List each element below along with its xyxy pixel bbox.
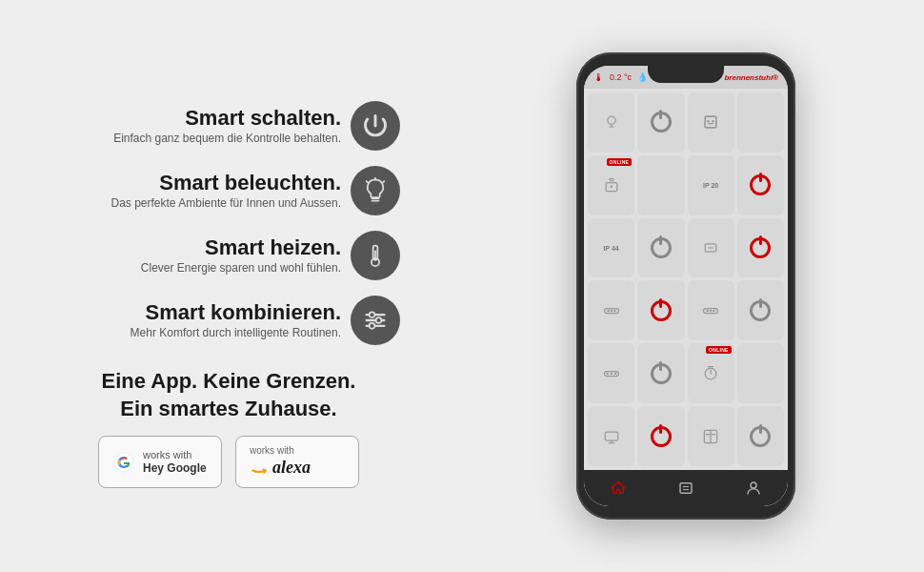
feature-text-schalten: Smart schalten. Einfach ganz bequem die …: [38, 106, 341, 147]
strip-icon-2: [701, 301, 720, 320]
nav-list[interactable]: [677, 480, 694, 497]
list-nav-icon: [677, 480, 694, 497]
cell-6-1[interactable]: [588, 406, 634, 466]
svg-point-28: [610, 310, 613, 313]
cell-2-2[interactable]: [637, 155, 684, 215]
user-nav-icon: [745, 480, 762, 497]
bulb-svg-icon: [362, 177, 389, 204]
bulb-cell-icon: [602, 112, 621, 132]
cell-1-1[interactable]: [588, 92, 634, 153]
bottom-nav: [584, 470, 788, 506]
humidity-icon: 💧: [637, 72, 648, 82]
badges-row: works with Hey Google works with: [38, 436, 419, 487]
cell-4-1[interactable]: [588, 280, 634, 340]
temp-icon: 🌡: [593, 72, 604, 83]
feature-text-heizen: Smart heizen. Clever Energie sparen und …: [38, 235, 341, 276]
cell-2-1[interactable]: ONLINE: [588, 155, 634, 215]
svg-rect-47: [680, 483, 692, 494]
nav-home[interactable]: [610, 480, 627, 497]
power-gray-2: [651, 237, 672, 258]
cell-2-4[interactable]: [737, 155, 784, 215]
sliders-svg-icon: [362, 307, 389, 334]
cell-2-3[interactable]: IP 20: [688, 155, 734, 215]
cell-5-3[interactable]: ONLINE: [688, 343, 734, 403]
google-badge: works with Hey Google: [98, 436, 222, 487]
feature-title-beleuchten: Smart beleuchten.: [38, 171, 341, 195]
svg-line-3: [367, 181, 368, 182]
google-works-text: works with: [143, 448, 207, 461]
power-gray-1: [651, 112, 672, 133]
cell-4-2[interactable]: [637, 280, 684, 340]
cell-5-1[interactable]: [588, 343, 634, 403]
svg-point-36: [610, 372, 613, 375]
google-badge-text: works with Hey Google: [143, 448, 207, 477]
tv-icon: [602, 427, 621, 446]
ip20-label: IP 20: [703, 182, 718, 189]
cell-4-4[interactable]: [737, 280, 784, 340]
svg-point-29: [613, 310, 616, 313]
bulb-icon-circle: [351, 166, 400, 215]
temp-value: 0.2 °c: [610, 72, 632, 82]
cell-3-1[interactable]: IP 44: [588, 218, 634, 278]
feature-row-kombinieren: Smart kombinieren. Mehr Komfort durch in…: [38, 288, 419, 353]
svg-point-27: [607, 310, 610, 313]
cell-3-4[interactable]: [737, 218, 784, 278]
tagline-line1: Eine App. Keine Grenzen.: [102, 369, 356, 393]
feature-row-beleuchten: Smart beleuchten. Das perfekte Ambiente …: [38, 158, 419, 223]
feature-subtitle-beleuchten: Das perfekte Ambiente für Innen und Auss…: [38, 195, 341, 212]
phone-mockup: 🌡 0.2 °c 💧 74.46 % brennenstuhl®: [576, 52, 795, 520]
feature-subtitle-kombinieren: Mehr Komfort durch intelligente Routinen…: [38, 325, 341, 341]
cell-6-3[interactable]: [688, 406, 734, 466]
power-red-1: [750, 174, 771, 195]
power-red-3: [651, 300, 672, 321]
svg-point-12: [376, 317, 382, 323]
ip44-label: IP 44: [604, 245, 619, 252]
cell-1-4[interactable]: [737, 92, 784, 153]
cell-1-3[interactable]: [688, 92, 734, 153]
svg-point-31: [707, 310, 710, 313]
cell-1-2[interactable]: [637, 92, 684, 153]
brand-name: brennenstuhl®: [724, 73, 778, 82]
svg-point-33: [713, 310, 715, 313]
svg-point-19: [707, 120, 710, 123]
nav-user[interactable]: [745, 480, 762, 497]
cell-5-4[interactable]: [737, 343, 784, 403]
phone-notch: [648, 66, 724, 83]
svg-point-20: [712, 120, 714, 123]
alexa-badge: works with alexa: [235, 436, 359, 487]
svg-point-11: [370, 312, 375, 317]
tagline: Eine App. Keine Grenzen. Ein smartes Zuh…: [38, 368, 419, 422]
thermometer-icon-circle: [351, 231, 400, 280]
feature-subtitle-heizen: Clever Energie sparen und wohl fühlen.: [38, 260, 341, 276]
power-gray-5: [750, 426, 771, 447]
cell-3-3[interactable]: [688, 218, 734, 278]
svg-point-13: [370, 323, 375, 329]
svg-point-35: [606, 372, 609, 375]
svg-rect-18: [705, 117, 716, 129]
book-icon: [701, 427, 720, 446]
svg-point-50: [751, 482, 756, 488]
svg-point-15: [607, 117, 614, 125]
cell-3-2[interactable]: [637, 218, 684, 278]
alexa-works-text: works with: [250, 444, 294, 457]
amazon-icon: [250, 459, 269, 478]
cell-6-4[interactable]: [737, 406, 784, 466]
cell-4-3[interactable]: [688, 280, 734, 340]
feature-subtitle-schalten: Einfach ganz bequem die Kontrolle behalt…: [38, 131, 341, 147]
cell-6-2[interactable]: [637, 406, 684, 466]
home-nav-icon: [610, 480, 627, 497]
power-red-2: [750, 237, 771, 258]
feature-text-kombinieren: Smart kombinieren. Mehr Komfort durch in…: [38, 300, 341, 341]
svg-line-4: [383, 181, 384, 182]
phone-container: 🌡 0.2 °c 💧 74.46 % brennenstuhl®: [448, 0, 924, 572]
feature-row-schalten: Smart schalten. Einfach ganz bequem die …: [38, 93, 419, 158]
svg-point-23: [610, 186, 613, 189]
strip-icon-1: [602, 301, 621, 320]
cell-5-2[interactable]: [637, 343, 684, 403]
online-badge-1: ONLINE: [607, 158, 633, 166]
power-gray-4: [651, 363, 672, 384]
device-icon-3: [701, 238, 720, 257]
power-red-4: [651, 426, 672, 447]
power-svg-icon: [362, 112, 389, 139]
alexa-badge-content: works with alexa: [250, 444, 311, 479]
